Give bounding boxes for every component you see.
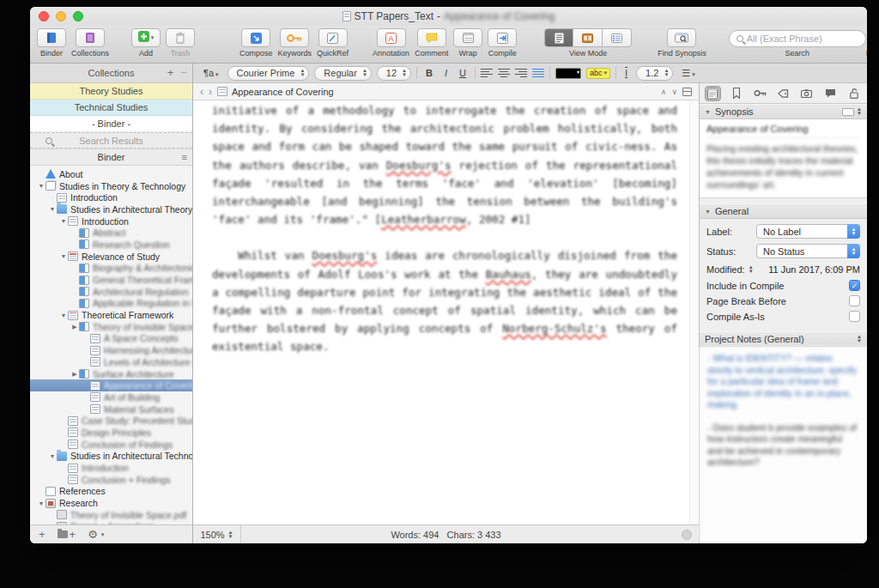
binder-item[interactable]: General Theoretical Frame — [30, 274, 192, 286]
align-center-button[interactable] — [498, 69, 510, 78]
binder-item[interactable]: ▼Relevance of Study — [30, 251, 192, 263]
highlight-color-button[interactable]: abc▾ — [586, 68, 610, 79]
editor-text-area[interactable]: initiative of a methodology to interroga… — [193, 100, 689, 524]
collection-tab[interactable]: Theory Studies — [30, 83, 192, 100]
disclosure-triangle[interactable]: ▼ — [37, 183, 45, 189]
binder-item[interactable]: Architectural Regulation — [30, 286, 192, 298]
compile-button[interactable]: Compile — [488, 28, 517, 58]
general-section-header[interactable]: ▼General — [700, 203, 867, 219]
disclosure-triangle[interactable]: ▼ — [59, 218, 68, 224]
binder-item[interactable]: Introduction — [30, 191, 192, 203]
disclosure-triangle[interactable]: ▼ — [37, 500, 45, 506]
collection-tab[interactable]: Technical Studies — [30, 100, 192, 116]
disclosure-triangle[interactable]: ▶ — [70, 324, 79, 330]
binder-item[interactable]: A Space Concepts — [30, 333, 192, 345]
view-mode-corkboard-button[interactable] — [573, 28, 603, 47]
binder-item[interactable]: ▼Studies in Theory & Technology — [30, 180, 192, 192]
actions-gear-button[interactable]: ⚙▾ — [88, 528, 104, 541]
binder-item[interactable]: Levels of Architecture Id... — [30, 356, 192, 368]
project-notes-header[interactable]: Project Notes (General) ▲▼ — [700, 331, 867, 347]
back-button[interactable]: ‹ — [200, 86, 203, 98]
synopsis-card-icon[interactable] — [842, 108, 854, 116]
find-synopsis-button[interactable]: Find Synopsis — [658, 28, 706, 58]
disclosure-triangle[interactable]: ▼ — [48, 453, 57, 459]
binder-item[interactable]: Design Principles — [30, 427, 192, 439]
title-bar[interactable]: STT Papers_Text - Appearance of Covering — [30, 7, 867, 26]
synopsis-section-header[interactable]: ▼Synopsis ▲▼ — [700, 104, 867, 119]
binder-item[interactable]: Conclusion of Findings — [30, 439, 192, 451]
synopsis-body[interactable]: Appearance of Covering Placing existing … — [700, 119, 867, 198]
binder-item[interactable]: ▼Research — [30, 497, 192, 509]
binder-item[interactable]: Theory of Invisible Space.pdf — [30, 509, 192, 521]
binder-item[interactable]: Introduction — [30, 462, 192, 474]
disclosure-triangle[interactable]: ▼ — [59, 312, 68, 318]
binder-item[interactable]: About — [30, 168, 192, 180]
keywords-button[interactable]: Keywords — [278, 28, 312, 58]
editor-scrollbar[interactable] — [689, 100, 699, 524]
binder-item[interactable]: ▶Surface Architecture — [30, 368, 192, 380]
checkbox[interactable]: ✓ — [849, 280, 860, 291]
snapshots-tab[interactable] — [799, 86, 815, 101]
collections-button[interactable]: Collections — [71, 28, 109, 58]
checkbox[interactable] — [849, 295, 860, 306]
binder-item[interactable]: Case Study: Precedent Study — [30, 415, 192, 427]
binder-item[interactable]: Biography & Architectonics — [30, 263, 192, 275]
binder-item[interactable]: ▼Studies in Architectural Theory — [30, 203, 192, 215]
font-style-select[interactable]: Regular▲▼ — [314, 66, 371, 81]
project-notes-body[interactable]: - What is IDENTITY? — relates strictly t… — [700, 347, 867, 543]
comments-tab[interactable] — [822, 86, 838, 101]
previous-document-button[interactable]: ∧ — [661, 88, 667, 96]
metadata-tab[interactable] — [775, 86, 791, 101]
binder-item[interactable]: Research Question — [30, 239, 192, 251]
binder-item[interactable]: ▼Studies in Architectural Technology — [30, 451, 192, 463]
binder-item[interactable]: References — [30, 486, 192, 498]
next-document-button[interactable]: ∨ — [671, 88, 677, 96]
annotation-button[interactable]: A Annotation — [373, 28, 409, 58]
binder-button[interactable]: Binder — [37, 28, 66, 58]
compose-button[interactable]: Compose — [239, 28, 273, 58]
remove-collection-button[interactable]: − — [180, 66, 187, 79]
add-button[interactable]: ▾ Add — [131, 28, 161, 58]
binder-item[interactable]: Harnessing Architecture — [30, 344, 192, 356]
line-spacing-select[interactable]: 1.2▲▼ — [636, 66, 673, 81]
binder-item[interactable]: Abstract — [30, 227, 192, 239]
disclosure-triangle[interactable]: ▼ — [48, 206, 57, 212]
project-target-button[interactable] — [682, 530, 692, 540]
align-left-button[interactable] — [481, 69, 493, 78]
split-editor-icon[interactable] — [682, 88, 692, 96]
references-tab[interactable] — [729, 86, 744, 101]
binder-item[interactable]: Material Surfaces — [30, 403, 192, 415]
trash-button[interactable]: Trash — [166, 28, 195, 58]
binder-item[interactable]: Art of Building — [30, 391, 192, 403]
font-size-select[interactable]: 12▲▼ — [377, 66, 411, 81]
list-style-button[interactable]: ☰▾ — [678, 68, 698, 79]
keywords-tab[interactable] — [752, 86, 767, 101]
disclosure-triangle[interactable]: ▶ — [70, 371, 79, 378]
document-proxy-icon[interactable] — [343, 11, 351, 21]
bold-button[interactable]: B — [422, 68, 436, 78]
italic-button[interactable]: I — [441, 68, 451, 78]
forward-button[interactable]: › — [209, 86, 212, 98]
checkbox[interactable] — [849, 311, 860, 322]
label-dropdown[interactable]: No Label▲▼ — [756, 224, 860, 239]
lock-icon[interactable] — [846, 86, 862, 101]
modified-stepper[interactable]: ▲▼ — [749, 265, 754, 274]
collection-tab[interactable]: - Binder - — [30, 116, 192, 132]
search-input[interactable] — [747, 33, 850, 44]
add-folder-button[interactable]: + — [58, 528, 76, 541]
align-right-button[interactable] — [515, 69, 527, 78]
binder-item[interactable]: ▶Theory of Invisible Space — [30, 321, 192, 333]
font-family-select[interactable]: Courier Prime▲▼ — [227, 66, 310, 81]
wrap-button[interactable]: Wrap — [453, 28, 482, 58]
binder-item[interactable]: ▼Introduction — [30, 215, 192, 227]
notes-tab[interactable] — [705, 86, 721, 101]
text-color-well[interactable] — [555, 68, 581, 79]
paragraph-style-button[interactable]: ¶a▾ — [200, 68, 222, 78]
view-mode-outline-button[interactable] — [603, 28, 632, 47]
binder-item[interactable]: Conclusion + Findings — [30, 474, 192, 486]
add-document-button[interactable]: + — [39, 528, 45, 541]
status-dropdown[interactable]: No Status▲▼ — [756, 244, 860, 258]
disclosure-triangle[interactable]: ▼ — [59, 253, 68, 259]
binder-item[interactable]: ▼Theoretical Framework — [30, 309, 192, 321]
quickref-button[interactable]: QuickRef — [317, 28, 349, 58]
